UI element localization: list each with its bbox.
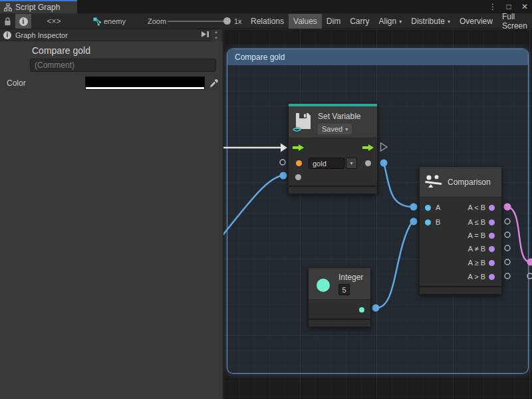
flow-out-triangle-icon: [381, 143, 388, 151]
wire-setvariable-to-comparison-a[interactable]: [384, 163, 412, 207]
color-swatch-rgb[interactable]: [86, 77, 204, 86]
comment-input[interactable]: [30, 59, 216, 72]
align-dropdown[interactable]: Align ▾: [374, 14, 407, 29]
graph-asset-icon: [92, 14, 102, 29]
flow-input-port[interactable]: [293, 144, 304, 151]
node-title: Integer: [338, 273, 363, 282]
wire-comparison-result-out[interactable]: [507, 207, 530, 262]
input-a-label: A: [436, 203, 440, 211]
overview-button[interactable]: Overview: [455, 14, 497, 29]
color-field-label: Color: [7, 78, 26, 88]
relations-button[interactable]: Relations: [246, 14, 289, 29]
zoom-label: Zoom: [148, 14, 166, 29]
unconnected-port-ring: [280, 160, 285, 165]
output-label: A ≠ B: [468, 245, 485, 253]
wire-end-dot: [410, 203, 418, 211]
node-integer[interactable]: Integer 5: [308, 267, 371, 327]
output-label: A = B: [467, 231, 485, 239]
unconnected-port-ring: [505, 245, 510, 251]
wire-end-dot: [527, 259, 532, 266]
inspector-graph-title: Compare gold: [32, 45, 90, 56]
lock-icon: [4, 17, 11, 26]
dim-button[interactable]: Dim: [322, 14, 345, 29]
value-output-port[interactable]: [365, 160, 371, 166]
wire-end-dot: [380, 160, 388, 167]
output-a-gt-b-port[interactable]: [489, 274, 495, 280]
distribute-dropdown[interactable]: Distribute ▾: [406, 14, 455, 29]
output-label: A ≥ B: [468, 259, 485, 267]
spinner-up-icon[interactable]: ▲: [211, 29, 221, 35]
tab-script-graph[interactable]: Script Graph: [0, 0, 77, 13]
fullscreen-button[interactable]: Full Screen: [497, 14, 532, 29]
output-a-lte-b-port[interactable]: [489, 219, 495, 225]
set-variable-header[interactable]: <> Set Variable Saved ▾: [289, 106, 377, 138]
lock-button[interactable]: [0, 14, 15, 29]
window-controls: ⋮ □ ✕: [488, 0, 529, 13]
output-a-neq-b-port[interactable]: [489, 246, 495, 252]
color-swatch[interactable]: [85, 76, 205, 90]
code-view-button[interactable]: <×>: [37, 14, 70, 29]
eyedropper-button[interactable]: [207, 76, 220, 90]
spinner-down-icon[interactable]: ▼: [211, 35, 221, 41]
unconnected-port-ring: [527, 273, 532, 279]
output-a-gte-b-port[interactable]: [489, 260, 495, 266]
code-icon: <×>: [47, 17, 61, 26]
titlebar: Script Graph ⋮ □ ✕: [0, 0, 532, 13]
integer-value-field[interactable]: 5: [338, 284, 350, 295]
wire-value-in[interactable]: [223, 176, 282, 237]
set-variable-icon: <>: [294, 112, 314, 133]
inspector-toggle-button[interactable]: i: [15, 14, 31, 29]
output-label: A < B: [467, 203, 485, 211]
value-input-port[interactable]: [295, 174, 301, 180]
unconnected-port-ring: [505, 232, 510, 237]
graph-breadcrumb[interactable]: enemy: [104, 14, 126, 29]
chevron-down-icon: ▾: [448, 19, 450, 25]
output-a-eq-b-port[interactable]: [489, 233, 495, 239]
unconnected-port-ring: [505, 259, 510, 265]
color-swatch-alpha: [86, 86, 204, 89]
graph-inspector-header[interactable]: i Graph Inspector ▲ ▼: [0, 29, 223, 41]
wire-integer-to-comparison-b[interactable]: [376, 221, 412, 308]
variable-name-dropdown[interactable]: gold ▾: [309, 158, 357, 169]
input-b-port[interactable]: [425, 219, 431, 225]
zoom-value: 1x: [234, 14, 242, 29]
carry-button[interactable]: Carry: [345, 14, 374, 29]
output-a-lt-b-port[interactable]: [489, 205, 495, 211]
flow-output-port[interactable]: [362, 144, 374, 151]
wire-end-dot: [504, 203, 511, 211]
zoom-slider-track[interactable]: [168, 21, 227, 22]
flow-arrowhead-icon: [281, 144, 287, 152]
window-close-button[interactable]: ✕: [520, 2, 529, 11]
variable-scope-dropdown[interactable]: Saved ▾: [318, 124, 352, 134]
values-button[interactable]: Values: [289, 14, 322, 29]
panel-scroll-spinner[interactable]: ▲ ▼: [211, 29, 221, 41]
window-menu-button[interactable]: ⋮: [488, 2, 497, 11]
integer-type-icon: [317, 279, 330, 292]
integer-header[interactable]: Integer 5: [309, 268, 370, 300]
graph-canvas[interactable]: Compare gold: [223, 29, 532, 399]
tab-title: Script Graph: [15, 3, 60, 12]
node-title: Set Variable: [318, 112, 360, 121]
wire-end-dot: [410, 218, 418, 225]
toolbar: i <×> enemy Zoom 1x Relations Values: [0, 13, 532, 29]
chevron-down-icon: ▾: [350, 160, 352, 166]
comparison-scale-icon: [425, 174, 443, 190]
input-a-port[interactable]: [425, 205, 431, 211]
input-b-label: B: [436, 218, 440, 226]
node-title: Comparison: [448, 178, 491, 187]
window-maximize-button[interactable]: □: [504, 2, 513, 11]
unity-script-graph-window: Script Graph ⋮ □ ✕ i <×>: [0, 0, 532, 399]
output-label: A > B: [467, 273, 485, 281]
zoom-slider-handle[interactable]: [223, 17, 231, 25]
comparison-header[interactable]: Comparison: [420, 167, 501, 198]
dock-panel-icon[interactable]: [201, 31, 209, 38]
node-set-variable[interactable]: <> Set Variable Saved ▾ gold ▾: [288, 103, 378, 194]
node-footer: [309, 319, 370, 327]
chevron-down-icon: ▾: [345, 126, 348, 132]
info-icon: i: [19, 17, 28, 26]
integer-output-port[interactable]: [359, 307, 364, 313]
variable-code-icon: <>: [293, 125, 301, 134]
node-comparison[interactable]: Comparison A B A < B A ≤ B A = B A ≠ B A…: [419, 166, 502, 295]
variable-name-port[interactable]: [296, 160, 302, 166]
info-icon: i: [3, 31, 11, 39]
